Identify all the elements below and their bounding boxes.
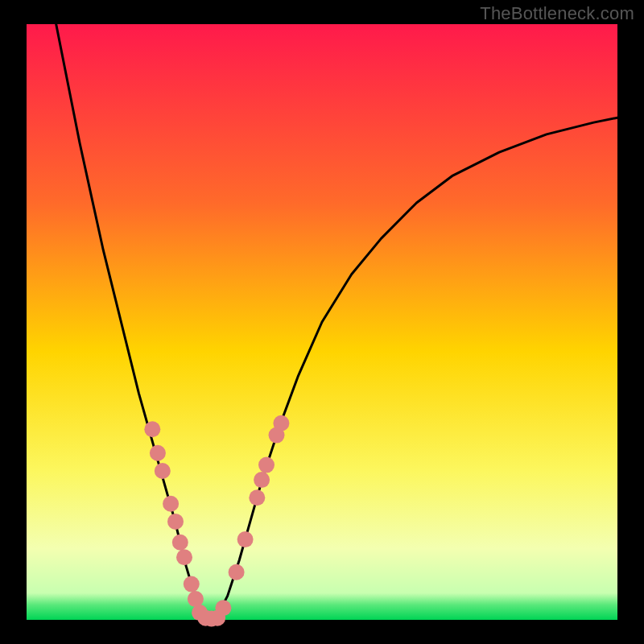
chart-frame: TheBottleneck.com [0,0,644,644]
marker-dot [155,463,171,479]
marker-dot [167,514,184,530]
marker-dot [150,445,166,461]
marker-dot [254,472,270,488]
marker-dot [176,549,192,565]
marker-dot [215,600,231,616]
marker-dot [229,564,245,580]
marker-dot [172,535,188,551]
marker-dot [258,457,275,473]
marker-dot [163,496,179,512]
marker-dot [273,415,289,431]
marker-dot [184,576,200,592]
watermark-text: TheBottleneck.com [480,3,634,24]
marker-dot [188,591,204,607]
marker-dot [144,421,160,437]
marker-dot [237,531,254,547]
marker-dot [249,489,265,506]
bottleneck-plot [0,0,644,644]
